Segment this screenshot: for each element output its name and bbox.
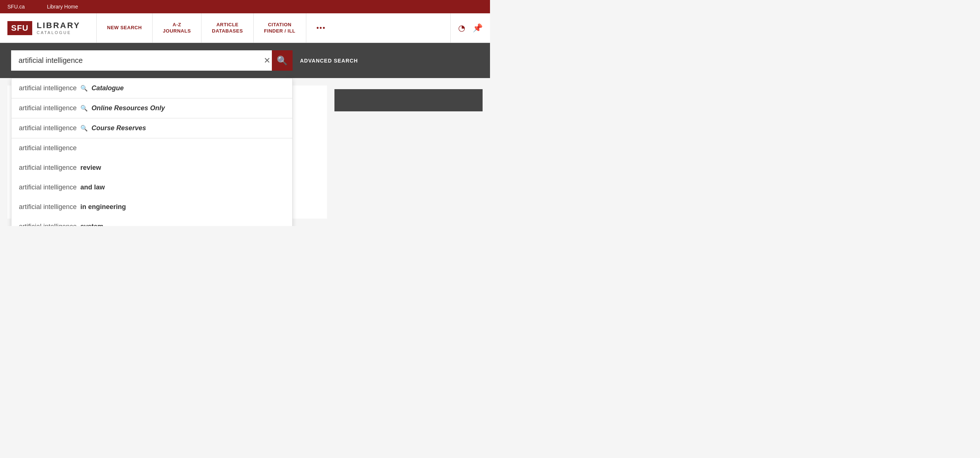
dropdown-suggest-4-base: artificial intelligence [19,203,77,211]
dropdown-suggest-4[interactable]: artificial intelligence in engineering [11,197,292,217]
advanced-search-link[interactable]: ADVANCED SEARCH [300,58,358,63]
dropdown-suggest-1[interactable]: artificial intelligence [11,138,292,158]
dropdown-item-course-suffix: Course Reserves [91,124,146,132]
dropdown-suggest-5-base: artificial intelligence [19,223,77,226]
dropdown-suggest-2-base: artificial intelligence [19,164,77,172]
dropdown-magnify-icon-2: 🔍 [80,105,88,112]
dropdown-suggest-3[interactable]: artificial intelligence and law [11,177,292,197]
dropdown-suggest-5[interactable]: artificial intelligence system [11,217,292,226]
search-dropdown: artificial intelligence 🔍 Catalogue arti… [11,78,293,226]
dropdown-item-online[interactable]: artificial intelligence 🔍 Online Resourc… [11,98,292,118]
nav-az-journals[interactable]: A-ZJOURNALS [152,13,202,43]
dropdown-item-catalogue-base: artificial intelligence [19,84,77,92]
nav-right: ◔ 📌 [450,13,490,43]
dropdown-suggest-4-suffix: in engineering [80,203,126,211]
clear-icon[interactable]: ✕ [264,56,270,65]
library-label: LIBRARY [37,21,80,30]
top-bar: SFU.ca Library Home [0,0,490,13]
pin-icon[interactable]: 📌 [473,23,483,33]
catalogue-label: CATALOGUE [37,30,80,35]
search-box-container: ✕ 🔍 [11,50,293,71]
search-button[interactable]: 🔍 [272,50,293,71]
nav-items: NEW SEARCH A-ZJOURNALS ARTICLEDATABASES … [96,13,450,43]
nav-citation-finder[interactable]: CITATIONFINDER / ILL [253,13,306,43]
dropdown-suggest-2-suffix: review [80,164,101,172]
content-right [334,86,483,219]
dropdown-item-online-base: artificial intelligence [19,104,77,112]
sfu-link[interactable]: SFU.ca [7,4,25,10]
grey-block [334,89,483,111]
library-home-link[interactable]: Library Home [47,4,78,10]
search-bar-wrapper: ✕ 🔍 ADVANCED SEARCH artificial intellige… [0,43,490,78]
nav-more[interactable]: ••• [306,13,336,43]
nav-article-databases[interactable]: ARTICLEDATABASES [201,13,253,43]
dropdown-item-course[interactable]: artificial intelligence 🔍 Course Reserve… [11,118,292,138]
dropdown-item-catalogue-suffix: Catalogue [91,84,124,92]
dropdown-suggest-5-suffix: system [80,223,103,226]
search-input[interactable] [11,50,293,71]
dropdown-suggest-3-base: artificial intelligence [19,184,77,191]
header: SFU LIBRARY CATALOGUE NEW SEARCH A-ZJOUR… [0,13,490,43]
logo-area: SFU LIBRARY CATALOGUE [0,21,96,35]
library-text: LIBRARY CATALOGUE [37,21,80,35]
nav-new-search[interactable]: NEW SEARCH [96,13,152,43]
dropdown-magnify-icon-1: 🔍 [80,85,88,92]
dropdown-item-catalogue[interactable]: artificial intelligence 🔍 Catalogue [11,78,292,98]
dropdown-suggest-1-text: artificial intelligence [19,144,77,152]
sfu-logo[interactable]: SFU [7,21,32,35]
history-icon[interactable]: ◔ [458,23,465,33]
search-magnify-icon: 🔍 [277,55,288,66]
dropdown-magnify-icon-3: 🔍 [80,125,88,132]
dropdown-suggest-2[interactable]: artificial intelligence review [11,158,292,177]
dropdown-item-course-base: artificial intelligence [19,124,77,132]
dropdown-item-online-suffix: Online Resources Only [91,104,165,112]
dropdown-suggest-3-suffix: and law [80,184,105,191]
